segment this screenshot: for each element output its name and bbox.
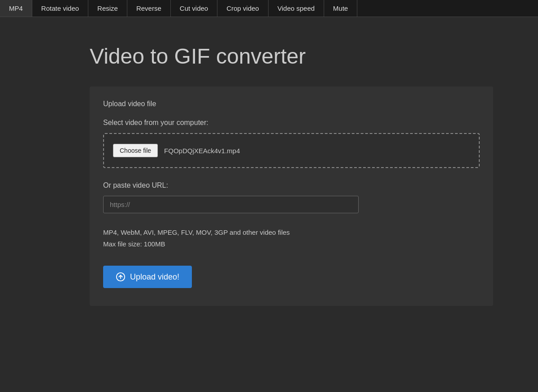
nav-item-speed[interactable]: Video speed [269, 0, 324, 17]
main-content: Video to GIF converter Upload video file… [0, 17, 538, 333]
upload-button-label: Upload video! [130, 272, 179, 282]
url-section-label: Or paste video URL: [103, 181, 480, 190]
url-section: Or paste video URL: [103, 181, 480, 213]
upload-icon [116, 272, 126, 282]
nav-item-reverse[interactable]: Reverse [127, 0, 171, 17]
url-input[interactable] [103, 196, 359, 213]
file-section-label: Select video from your computer: [103, 119, 480, 127]
choose-file-button[interactable]: Choose file [113, 144, 158, 157]
upload-button[interactable]: Upload video! [103, 266, 192, 288]
nav-item-rotate[interactable]: Rotate video [32, 0, 88, 17]
card-header: Upload video file [103, 100, 480, 108]
file-name-display: FQOpDQjXEAck4v1.mp4 [164, 147, 240, 155]
page-title: Video to GIF converter [90, 44, 538, 69]
nav-item-mp4[interactable]: MP4 [0, 0, 32, 17]
nav-bar: MP4 Rotate video Resize Reverse Cut vide… [0, 0, 538, 17]
nav-item-mute[interactable]: Mute [324, 0, 357, 17]
file-input-area: Choose file FQOpDQjXEAck4v1.mp4 [103, 133, 480, 168]
nav-item-crop[interactable]: Crop video [217, 0, 269, 17]
info-text: MP4, WebM, AVI, MPEG, FLV, MOV, 3GP and … [103, 227, 480, 250]
nav-item-resize[interactable]: Resize [88, 0, 127, 17]
info-line-1: MP4, WebM, AVI, MPEG, FLV, MOV, 3GP and … [103, 227, 480, 238]
info-line-2: Max file size: 100MB [103, 238, 480, 250]
nav-item-cut[interactable]: Cut video [171, 0, 217, 17]
upload-card: Upload video file Select video from your… [90, 86, 493, 306]
